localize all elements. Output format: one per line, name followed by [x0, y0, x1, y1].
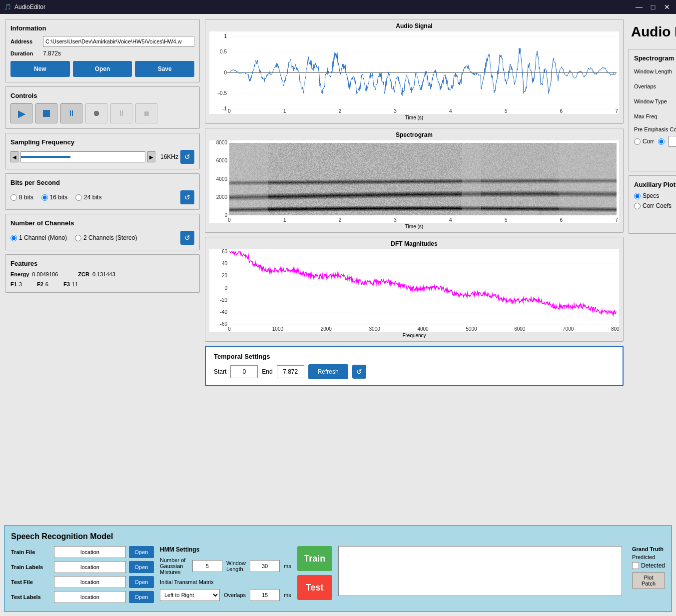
- bps-radio-group: 8 bits 16 bits 24 bits: [10, 194, 101, 201]
- train-labels-row: Train Labels Open: [11, 561, 154, 573]
- stop-button[interactable]: [35, 103, 57, 123]
- bps-16bit[interactable]: 16 bits: [41, 194, 67, 201]
- grand-truth-section: Grand Truth Predicted Detected Plot Patc…: [632, 546, 665, 589]
- f3-label: F3: [63, 281, 70, 287]
- sampling-title: Sampling Frequency: [10, 138, 194, 146]
- grand-truth-label: Grand Truth: [632, 546, 665, 552]
- address-label: Address: [10, 38, 43, 44]
- minimize-button[interactable]: —: [634, 2, 644, 12]
- temporal-settings-panel: Temporal Settings Start End Refresh ↺: [205, 346, 624, 386]
- channels-refresh-button[interactable]: ↺: [180, 231, 194, 245]
- f2-label: F2: [37, 281, 43, 287]
- speech-model-title: Speech Recognition Model: [11, 532, 665, 541]
- stop2-button[interactable]: ⏹: [135, 103, 157, 123]
- audio-signal-title: Audio Signal: [209, 22, 619, 29]
- coeff-input[interactable]: [669, 136, 676, 147]
- audio-signal-panel: Audio Signal Time (s): [205, 19, 624, 124]
- train-file-input[interactable]: [54, 546, 126, 558]
- sampling-refresh-button[interactable]: ↺: [180, 150, 194, 164]
- spectrogram-title: Spectrogram: [209, 131, 619, 138]
- temporal-reset-button[interactable]: ↺: [352, 365, 366, 379]
- slider-track: [20, 151, 145, 162]
- test-button[interactable]: Test: [297, 575, 332, 600]
- predicted-label: Predicted: [632, 554, 665, 560]
- temporal-title: Temporal Settings: [214, 353, 615, 360]
- train-file-open-button[interactable]: Open: [129, 546, 154, 558]
- play-button[interactable]: ▶: [10, 103, 32, 123]
- gaussian-input[interactable]: [192, 560, 222, 572]
- f3-value: 11: [72, 281, 78, 287]
- test-labels-label: Test Labels: [11, 594, 51, 600]
- pause-icon: ⏸: [67, 109, 75, 118]
- temporal-refresh-button[interactable]: Refresh: [308, 364, 348, 379]
- corr-radio[interactable]: Corr: [634, 138, 654, 145]
- zcr-display: ZCR 0.131443: [78, 271, 115, 277]
- gaussian-label: Number of Gaussian Mixtures: [160, 557, 188, 575]
- record-button[interactable]: ⏺: [85, 103, 107, 123]
- bps-panel: Bits per Second 8 bits 16 bits 24 bits: [5, 173, 200, 210]
- transmat-input-row: Left to Right Ergodic Linear Overlaps ms: [160, 589, 291, 601]
- slider-left-arrow[interactable]: ◀: [10, 151, 18, 162]
- auxiliary-panel: Auxiliary Plot Settings Specs Cepstral C…: [629, 175, 676, 234]
- spectrogram-x-label: Time (s): [209, 224, 619, 229]
- channels-panel: Number of Channels 1 Channel (Mono) 2 Ch…: [5, 214, 200, 250]
- energy-label: Energy: [10, 271, 29, 277]
- open-button[interactable]: Open: [73, 61, 132, 77]
- left-panel: Information Address Duration 7.872s New …: [5, 19, 200, 516]
- end-input[interactable]: [277, 365, 304, 378]
- transmat-select[interactable]: Left to Right Ergodic Linear: [160, 589, 220, 601]
- train-button[interactable]: Train: [297, 546, 332, 571]
- stop-icon: [43, 110, 50, 117]
- train-labels-open-button[interactable]: Open: [129, 561, 154, 573]
- plot-patch-button[interactable]: Plot Patch: [632, 572, 665, 589]
- detected-checkbox[interactable]: [632, 562, 639, 569]
- new-button[interactable]: New: [10, 61, 70, 77]
- specs-radio[interactable]: Specs: [634, 192, 676, 199]
- pause-button[interactable]: ⏸: [60, 103, 82, 123]
- slider-right-arrow[interactable]: ▶: [147, 151, 155, 162]
- coeff-radio[interactable]: [658, 138, 665, 145]
- detected-label: Detected: [641, 562, 665, 569]
- spectrogram-canvas: [209, 140, 619, 223]
- test-file-row: Test File Open: [11, 576, 154, 588]
- start-input[interactable]: [230, 365, 258, 378]
- speech-model-content: Train File Open Train Labels Open Test F…: [11, 546, 665, 605]
- bps-24bit[interactable]: 24 bits: [75, 194, 101, 201]
- train-file-row: Train File Open: [11, 546, 154, 558]
- bps-8bit[interactable]: 8 bits: [10, 194, 33, 201]
- test-labels-open-button[interactable]: Open: [129, 591, 154, 603]
- information-title: Information: [10, 24, 194, 32]
- bps-refresh-button[interactable]: ↺: [180, 190, 194, 204]
- record-icon: ⏺: [92, 109, 100, 118]
- corr-coefs-radio[interactable]: Corr Coefs: [634, 202, 676, 209]
- test-file-input[interactable]: [54, 576, 126, 588]
- controls-title: Controls: [10, 92, 194, 99]
- test-file-open-button[interactable]: Open: [129, 576, 154, 588]
- channel-stereo[interactable]: 2 Channels (Stereo): [75, 234, 137, 241]
- f1-display: F1 3: [10, 281, 22, 287]
- window-length-input-hmm[interactable]: [250, 560, 280, 572]
- zcr-value: 0.131443: [92, 271, 115, 277]
- overlaps-input-hmm[interactable]: [250, 589, 280, 601]
- channels-radio-group: 1 Channel (Mono) 2 Channels (Stereo): [10, 234, 137, 241]
- pause2-button[interactable]: ⏸: [110, 103, 132, 123]
- dft-panel: DFT Magnitudes Frequency: [205, 237, 624, 342]
- transmat-label: Initial Transmat Matrix: [160, 579, 214, 585]
- window-type-row: Window Type Hanning Hamming Rectangular: [634, 96, 676, 107]
- energy-value: 0.0049186: [32, 271, 58, 277]
- close-button[interactable]: ✕: [662, 2, 672, 12]
- train-labels-input[interactable]: [54, 561, 126, 573]
- test-labels-row: Test Labels Open: [11, 591, 154, 603]
- app-icon: 🎵: [4, 3, 11, 10]
- save-button[interactable]: Save: [135, 61, 194, 77]
- test-labels-input[interactable]: [54, 591, 126, 603]
- address-row: Address: [10, 36, 194, 47]
- detected-row: Detected: [632, 562, 665, 569]
- maximize-button[interactable]: □: [648, 2, 658, 12]
- channel-mono[interactable]: 1 Channel (Mono): [10, 234, 67, 241]
- right-panel: Audio Recorder Spectrogram Properties Wi…: [629, 19, 676, 516]
- zcr-label: ZCR: [78, 271, 89, 277]
- results-scroll-area[interactable]: [338, 546, 622, 596]
- address-input[interactable]: [43, 36, 194, 47]
- spectrogram-props-title: Spectrogram Properties: [634, 54, 676, 62]
